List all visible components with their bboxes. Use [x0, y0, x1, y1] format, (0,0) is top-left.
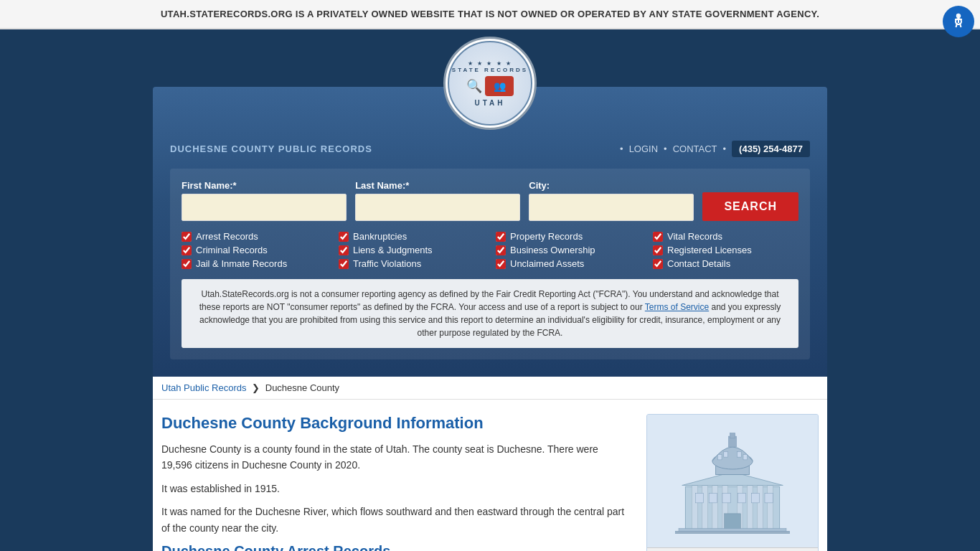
- logo-text-bottom: UTAH: [474, 99, 505, 107]
- nav-dot3: •: [723, 143, 727, 154]
- svg-rect-23: [738, 452, 742, 458]
- record-type-checkbox[interactable]: [496, 232, 506, 242]
- svg-rect-27: [722, 494, 730, 503]
- nav-dot1: •: [620, 143, 623, 154]
- checkbox-label: Criminal Records: [196, 245, 268, 255]
- checkbox-label: Liens & Judgments: [353, 245, 433, 255]
- checkbox-label: Vital Records: [667, 231, 722, 242]
- checkbox-label: Bankruptcies: [353, 231, 407, 242]
- checkbox-item: Bankruptcies: [339, 231, 484, 242]
- last-name-label: Last Name:*: [355, 180, 520, 191]
- svg-rect-24: [743, 454, 748, 460]
- checkbox-item: Registered Licenses: [653, 245, 798, 255]
- checkbox-item: Jail & Inmate Records: [182, 258, 327, 269]
- checkbox-item: Liens & Judgments: [339, 245, 484, 255]
- checkbox-label: Property Records: [510, 231, 583, 242]
- checkbox-item: Property Records: [496, 231, 641, 242]
- nav-links: • LOGIN • CONTACT • (435) 254-4877: [620, 141, 810, 157]
- svg-rect-9: [702, 484, 708, 531]
- last-name-group: Last Name:*: [355, 180, 520, 221]
- checkbox-item: Arrest Records: [182, 231, 327, 242]
- record-type-checkbox[interactable]: [182, 232, 192, 242]
- content-main: Duchesne County Background Information D…: [161, 414, 629, 551]
- svg-rect-14: [758, 484, 763, 531]
- county-title: DUCHESNE COUNTY PUBLIC RECORDS: [170, 143, 372, 154]
- banner: UTAH.STATERECORDS.ORG IS A PRIVATELY OWN…: [0, 0, 980, 29]
- city-label: City:: [529, 180, 694, 191]
- checkbox-label: Traffic Violations: [353, 258, 421, 269]
- svg-rect-8: [692, 484, 698, 531]
- record-type-checkbox[interactable]: [182, 259, 192, 269]
- city-group: City:: [529, 180, 694, 221]
- login-link[interactable]: LOGIN: [629, 143, 658, 154]
- site-logo: ★ ★ ★ ★ ★ STATE RECORDS 🔍 👥 UTAH: [443, 37, 537, 130]
- svg-rect-31: [725, 514, 741, 530]
- logo-search-icon: 🔍: [466, 78, 482, 94]
- logo-people-icon: 👥: [485, 76, 514, 96]
- checkbox-item: Criminal Records: [182, 245, 327, 255]
- checkbox-item: Business Ownership: [496, 245, 641, 255]
- record-type-checkbox[interactable]: [339, 232, 349, 242]
- logo-area: ★ ★ ★ ★ ★ STATE RECORDS 🔍 👥 UTAH: [153, 37, 827, 130]
- nav-dot2: •: [664, 143, 667, 154]
- terms-link[interactable]: Terms of Service: [645, 302, 709, 312]
- sidebar-image: Duchesne County Record Availability: [646, 414, 819, 551]
- first-name-group: First Name:*: [182, 180, 347, 221]
- accessibility-icon: [950, 13, 967, 30]
- svg-rect-30: [765, 494, 773, 503]
- record-type-checkbox[interactable]: [339, 245, 349, 255]
- record-type-checkbox[interactable]: [653, 232, 663, 242]
- record-type-checkbox[interactable]: [653, 259, 663, 269]
- sidebar-caption: Duchesne County Record Availability: [647, 547, 818, 551]
- checkbox-label: Contact Details: [667, 258, 730, 269]
- checkbox-label: Jail & Inmate Records: [196, 258, 287, 269]
- svg-rect-20: [730, 433, 735, 438]
- checkbox-label: Registered Licenses: [667, 245, 752, 255]
- checkbox-item: Traffic Violations: [339, 258, 484, 269]
- svg-rect-26: [709, 494, 717, 503]
- svg-rect-22: [724, 452, 728, 458]
- svg-rect-25: [695, 494, 703, 503]
- checkbox-label: Unclaimed Assets: [510, 258, 584, 269]
- record-type-checkbox[interactable]: [182, 245, 192, 255]
- content-area: Duchesne County Background Information D…: [153, 400, 827, 551]
- phone-number: (435) 254-4877: [732, 141, 810, 157]
- city-input[interactable]: [529, 194, 694, 221]
- breadcrumb-current: Duchesne County: [265, 382, 339, 393]
- record-type-checkbox[interactable]: [653, 245, 663, 255]
- first-name-label: First Name:*: [182, 180, 347, 191]
- last-name-input[interactable]: [355, 194, 520, 221]
- record-types-grid: Arrest RecordsBankruptciesProperty Recor…: [182, 231, 798, 269]
- building-illustration: [647, 415, 818, 547]
- section-paragraph: Duchesne County is a county found in the…: [161, 441, 629, 474]
- breadcrumb: Utah Public Records ❯ Duchesne County: [153, 377, 827, 400]
- checkbox-item: Contact Details: [653, 258, 798, 269]
- breadcrumb-arrow: ❯: [252, 382, 260, 393]
- record-type-checkbox[interactable]: [339, 259, 349, 269]
- logo-stars: ★ ★ ★ ★ ★: [468, 60, 512, 67]
- checkbox-label: Arrest Records: [196, 231, 258, 242]
- logo-text-top: STATE RECORDS: [452, 67, 528, 73]
- capitol-building-svg: [661, 426, 804, 534]
- svg-rect-15: [768, 484, 773, 531]
- search-form: First Name:* Last Name:* City: SEARCH Ar…: [170, 169, 810, 359]
- section-paragraph: It was established in 1915.: [161, 481, 629, 496]
- contact-link[interactable]: CONTACT: [673, 143, 717, 154]
- accessibility-button[interactable]: [943, 6, 974, 37]
- checkbox-item: Unclaimed Assets: [496, 258, 641, 269]
- search-button[interactable]: SEARCH: [702, 192, 798, 221]
- section-title: Duchesne County Background Information: [161, 414, 629, 433]
- breadcrumb-home[interactable]: Utah Public Records: [161, 382, 247, 393]
- svg-rect-21: [717, 454, 722, 460]
- content-sidebar: Duchesne County Record Availability: [646, 414, 819, 551]
- first-name-input[interactable]: [182, 194, 347, 221]
- svg-rect-28: [738, 494, 746, 503]
- section-paragraph: It was named for the Duchesne River, whi…: [161, 504, 629, 536]
- disclaimer: Utah.StateRecords.org is not a consumer …: [182, 279, 798, 348]
- record-type-checkbox[interactable]: [496, 245, 506, 255]
- banner-text: UTAH.STATERECORDS.ORG IS A PRIVATELY OWN…: [161, 9, 819, 19]
- search-card: DUCHESNE COUNTY PUBLIC RECORDS • LOGIN •…: [153, 87, 827, 377]
- record-type-checkbox[interactable]: [496, 259, 506, 269]
- svg-rect-29: [751, 494, 759, 503]
- checkbox-item: Vital Records: [653, 231, 798, 242]
